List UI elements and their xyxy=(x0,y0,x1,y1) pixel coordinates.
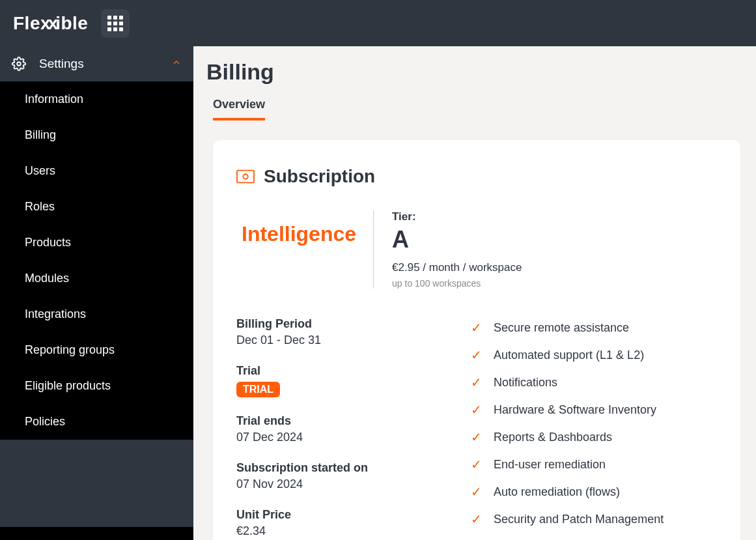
feature-item: ✓ Notifications xyxy=(471,375,717,390)
main: Billing Overview Subscription Intelligen… xyxy=(193,46,756,540)
sidebar-footer xyxy=(0,440,193,527)
sidebar-item-products[interactable]: Products xyxy=(0,225,193,261)
feature-item: ✓ Hardware & Software Inventory xyxy=(471,402,717,418)
trial-ends-label: Trial ends xyxy=(236,414,432,428)
feature-item: ✓ Security and Patch Management xyxy=(471,511,717,527)
tabs: Overview xyxy=(193,98,756,121)
sidebar-section-settings[interactable]: Settings xyxy=(0,46,193,81)
trial-badge: TRIAL xyxy=(236,382,280,397)
svg-rect-1 xyxy=(237,171,254,183)
svg-point-0 xyxy=(17,62,21,66)
sidebar-item-modules[interactable]: Modules xyxy=(0,261,193,296)
tier-price: €2.95 / month / workspace xyxy=(392,261,522,274)
feature-item: ✓ Auto remediation (flows) xyxy=(471,484,717,500)
sidebar-item-integrations[interactable]: Integrations xyxy=(0,296,193,332)
feature-item: ✓ Secure remote assistance xyxy=(471,320,717,335)
billing-period-label: Billing Period xyxy=(236,317,432,331)
check-icon: ✓ xyxy=(471,429,482,445)
tier-block: Tier: A €2.95 / month / workspace up to … xyxy=(374,210,522,289)
detail-column: Billing Period Dec 01 - Dec 31 Trial TRI… xyxy=(236,317,432,540)
check-icon: ✓ xyxy=(471,320,482,335)
sidebar-section-label: Settings xyxy=(39,57,171,71)
plan-name: Intelligence xyxy=(236,210,374,289)
subscription-title: Subscription xyxy=(264,166,375,187)
page-title: Billing xyxy=(193,59,756,85)
check-icon: ✓ xyxy=(471,484,482,500)
check-icon: ✓ xyxy=(471,347,482,363)
check-icon: ✓ xyxy=(471,375,482,390)
sidebar: Settings Information Billing Users Roles… xyxy=(0,46,193,540)
tier-label: Tier: xyxy=(392,210,522,223)
check-icon: ✓ xyxy=(471,457,482,472)
tab-overview[interactable]: Overview xyxy=(213,98,265,121)
gear-icon xyxy=(12,57,26,71)
sidebar-item-policies[interactable]: Policies xyxy=(0,404,193,440)
apps-menu-button[interactable] xyxy=(101,9,130,38)
unit-price-value: €2.34 xyxy=(236,524,432,538)
started-value: 07 Nov 2024 xyxy=(236,477,432,491)
sidebar-item-information[interactable]: Information xyxy=(0,81,193,117)
subscription-card: Subscription Intelligence Tier: A €2.95 … xyxy=(213,140,740,540)
feature-item: ✓ Reports & Dashboards xyxy=(471,429,717,445)
billing-period-value: Dec 01 - Dec 31 xyxy=(236,334,432,347)
tier-value: A xyxy=(392,226,522,253)
sidebar-item-users[interactable]: Users xyxy=(0,153,193,189)
check-icon: ✓ xyxy=(471,511,482,527)
feature-list: ✓ Secure remote assistance ✓ Automated s… xyxy=(471,317,717,540)
tier-note: up to 100 workspaces xyxy=(392,278,522,289)
subscription-heading: Subscription xyxy=(236,166,717,187)
sidebar-item-eligible-products[interactable]: Eligible products xyxy=(0,368,193,404)
trial-ends-value: 07 Dec 2024 xyxy=(236,431,432,444)
topbar: Flexxible xyxy=(0,0,756,46)
sidebar-item-reporting-groups[interactable]: Reporting groups xyxy=(0,332,193,368)
feature-item: ✓ End-user remediation xyxy=(471,457,717,472)
money-icon xyxy=(236,167,255,186)
unit-price-label: Unit Price xyxy=(236,508,432,522)
trial-label: Trial xyxy=(236,364,432,378)
apps-grid-icon xyxy=(107,16,123,31)
sidebar-item-roles[interactable]: Roles xyxy=(0,189,193,225)
svg-point-2 xyxy=(243,174,247,178)
chevron-up-icon xyxy=(171,57,182,70)
started-label: Subscription started on xyxy=(236,461,432,475)
feature-item: ✓ Automated support (L1 & L2) xyxy=(471,347,717,363)
check-icon: ✓ xyxy=(471,402,482,418)
brand-logo: Flexxible xyxy=(13,13,88,34)
sidebar-item-billing[interactable]: Billing xyxy=(0,117,193,153)
